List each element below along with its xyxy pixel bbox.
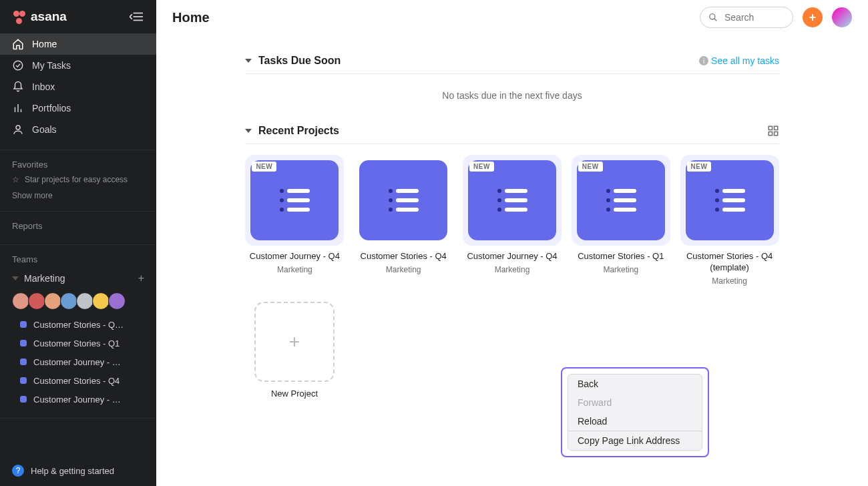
team-marketing-header[interactable]: Marketing + xyxy=(0,268,156,288)
logo-text: asana xyxy=(31,9,67,24)
plus-icon: + xyxy=(809,11,817,25)
svg-point-14 xyxy=(280,189,284,193)
project-color-dot xyxy=(20,358,27,365)
sidebar: asana HomeMy TasksInboxPortfoliosGoals F… xyxy=(0,0,156,486)
user-avatar[interactable] xyxy=(832,7,852,27)
team-member-avatar[interactable] xyxy=(92,292,110,310)
favorites-empty-hint: ☆ Star projects for easy access xyxy=(0,174,156,186)
context-menu-highlight: BackForwardReloadCopy Page Link Address xyxy=(561,367,709,457)
project-team-label: Marketing xyxy=(386,265,421,274)
bell-icon xyxy=(12,81,24,93)
svg-rect-37 xyxy=(614,208,636,212)
topbar: Home + xyxy=(156,0,868,35)
sidebar-project-item[interactable]: Customer Stories - Q4 xyxy=(0,371,156,390)
svg-rect-21 xyxy=(396,189,419,193)
recent-projects-section-header: Recent Projects xyxy=(245,125,779,144)
project-label: Customer Stories - Q1 xyxy=(33,338,120,348)
favorites-show-more[interactable]: Show more xyxy=(0,186,156,202)
new-badge: NEW xyxy=(252,162,276,172)
sidebar-project-item[interactable]: Customer Stories - Q1 xyxy=(0,334,156,352)
list-icon xyxy=(494,186,530,215)
project-card[interactable]: NEWCustomer Journey - Q4Marketing xyxy=(463,155,562,286)
collapse-sidebar-icon[interactable] xyxy=(130,11,144,23)
context-menu-item-back[interactable]: Back xyxy=(568,375,702,393)
svg-rect-29 xyxy=(505,198,527,202)
main: Home + Tasks Due Soon i See all my xyxy=(156,0,868,486)
nav-item-portfolios[interactable]: Portfolios xyxy=(0,97,156,119)
svg-point-30 xyxy=(497,208,501,212)
project-tile xyxy=(250,160,339,240)
bars-icon xyxy=(12,102,24,114)
caret-down-icon[interactable] xyxy=(245,59,252,63)
svg-rect-17 xyxy=(287,198,310,202)
sidebar-project-item[interactable]: Customer Journey - … xyxy=(0,390,156,409)
svg-point-42 xyxy=(715,208,719,212)
team-member-avatar[interactable] xyxy=(60,292,77,310)
team-member-avatar[interactable] xyxy=(28,292,45,310)
add-to-team-icon[interactable]: + xyxy=(138,272,144,284)
caret-down-icon[interactable] xyxy=(245,129,252,133)
grid-view-toggle-icon[interactable] xyxy=(767,125,779,137)
search-box[interactable] xyxy=(700,7,793,28)
svg-point-36 xyxy=(606,208,610,212)
sidebar-project-item[interactable]: Customer Stories - Q… xyxy=(0,315,156,334)
team-avatar-row xyxy=(0,288,156,315)
help-getting-started[interactable]: ? Help & getting started xyxy=(12,465,144,477)
project-card[interactable]: Customer Stories - Q4Marketing xyxy=(354,155,453,286)
tasks-due-title: Tasks Due Soon xyxy=(258,55,341,67)
svg-rect-12 xyxy=(769,132,772,136)
team-member-avatar[interactable] xyxy=(12,292,29,310)
list-icon xyxy=(712,186,748,215)
svg-point-34 xyxy=(606,198,610,202)
team-name: Marketing xyxy=(24,273,65,284)
caret-down-icon xyxy=(12,276,19,280)
project-color-dot xyxy=(20,396,27,403)
reports-header[interactable]: Reports xyxy=(0,212,156,235)
svg-rect-33 xyxy=(614,189,636,193)
project-title: Customer Journey - Q4 xyxy=(467,251,557,262)
nav-item-inbox[interactable]: Inbox xyxy=(0,76,156,97)
team-member-avatar[interactable] xyxy=(44,292,61,310)
project-color-dot xyxy=(20,321,27,328)
global-add-button[interactable]: + xyxy=(803,7,823,27)
person-icon xyxy=(12,124,24,136)
search-input[interactable] xyxy=(723,11,783,23)
logo-icon xyxy=(12,9,27,24)
project-tile xyxy=(577,160,665,240)
context-menu: BackForwardReloadCopy Page Link Address xyxy=(568,374,702,451)
nav-label: My Tasks xyxy=(32,60,71,71)
nav-label: Inbox xyxy=(32,81,55,92)
team-member-avatar[interactable] xyxy=(76,292,93,310)
svg-rect-31 xyxy=(505,208,527,212)
page-title: Home xyxy=(172,10,210,25)
sidebar-project-item[interactable]: Customer Journey - … xyxy=(0,352,156,371)
asana-logo[interactable]: asana xyxy=(12,9,67,24)
svg-rect-35 xyxy=(614,198,636,202)
recent-projects-title: Recent Projects xyxy=(258,125,339,137)
nav-label: Portfolios xyxy=(32,103,71,113)
context-menu-item-reload[interactable]: Reload xyxy=(568,412,702,431)
see-all-tasks-link[interactable]: i See all my tasks xyxy=(699,55,779,66)
favorites-header[interactable]: Favorites xyxy=(0,150,156,174)
svg-point-32 xyxy=(606,189,610,193)
project-team-label: Marketing xyxy=(277,265,312,274)
project-card[interactable]: NEWCustomer Stories - Q4 (template)Marke… xyxy=(680,155,779,286)
project-card[interactable]: NEWCustomer Journey - Q4Marketing xyxy=(245,155,345,286)
new-badge: NEW xyxy=(578,162,603,172)
context-menu-item-copy-page-link-address[interactable]: Copy Page Link Address xyxy=(568,431,702,450)
svg-point-40 xyxy=(715,198,719,202)
project-card[interactable]: NEWCustomer Stories - Q1Marketing xyxy=(571,155,670,286)
teams-header[interactable]: Teams xyxy=(0,245,156,268)
svg-point-22 xyxy=(389,198,393,202)
project-title: Customer Journey - Q4 xyxy=(250,251,340,262)
team-member-avatar[interactable] xyxy=(108,292,126,310)
nav-item-my-tasks[interactable]: My Tasks xyxy=(0,55,156,76)
nav-label: Home xyxy=(32,39,57,49)
project-tile-wrap: NEW xyxy=(572,155,670,246)
project-color-dot xyxy=(20,377,27,384)
svg-point-16 xyxy=(280,198,284,202)
svg-rect-39 xyxy=(722,189,745,193)
nav-item-home[interactable]: Home xyxy=(0,33,156,55)
new-project-card[interactable]: + New Project xyxy=(245,302,344,399)
nav-item-goals[interactable]: Goals xyxy=(0,119,156,140)
